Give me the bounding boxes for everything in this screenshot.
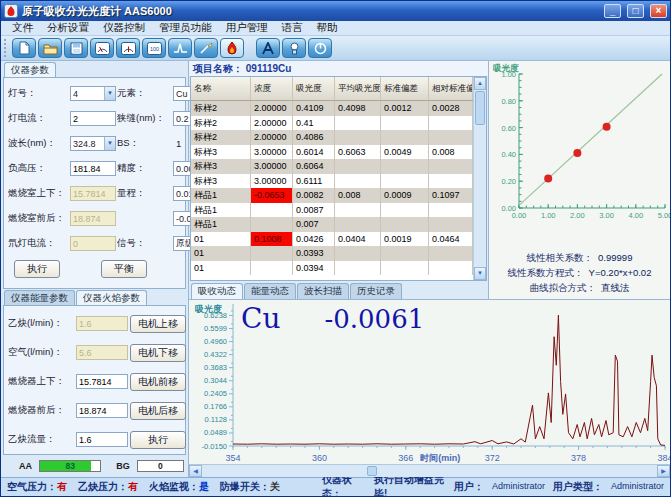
table-row[interactable]: 010.0394 [191,261,473,276]
cell-sd: 0.0009 [381,188,429,203]
table-row[interactable]: 样品10.0087 [191,203,473,218]
flame-row-1: 空气(l/min)：电机下移 [8,338,181,367]
tab-absorbance-dynamics[interactable]: 吸收动态 [191,283,243,299]
column-header-0[interactable]: 名称 [191,77,251,100]
wavelength-select[interactable]: 324.8▼ [70,136,116,151]
table-scrollbar-thumb[interactable] [475,91,485,125]
table-row[interactable]: 标样22.000000.41 [191,116,473,131]
burner-tool-button[interactable] [194,38,218,58]
column-header-2[interactable]: 吸光度 [293,77,335,100]
execute-button[interactable]: 执行 [14,260,60,278]
scroll-up-icon[interactable]: ▲ [474,77,486,90]
scroll-down-icon[interactable]: ▼ [474,267,486,280]
table-row[interactable]: 样品1-0.06530.00820.0080.00090.1097 [191,188,473,203]
tab-energy-dynamics[interactable]: 能量动态 [244,283,296,299]
fit-method-value: 直线法 [601,282,630,297]
energy-gauge-icon [95,42,110,55]
svg-text:1.00: 1.00 [541,211,556,220]
table-row[interactable]: 标样33.000000.6111 [191,174,473,189]
column-header-3[interactable]: 平均吸光度 [335,77,381,100]
app-icon [4,4,18,18]
motor-up-button[interactable]: 电机上移 [130,315,186,333]
menu-item-language[interactable]: 语言 [275,21,310,35]
burner-height-input-field[interactable] [76,374,128,389]
tab-energy-params[interactable]: 仪器能量参数 [4,290,75,305]
svg-text:3.00: 3.00 [599,211,614,220]
new-file-button[interactable] [12,38,36,58]
acetylene-flow-display-label: 乙炔(l/min)： [8,317,76,330]
column-header-4[interactable]: 标准偏差 [381,77,429,100]
menu-item-help[interactable]: 帮助 [310,21,345,35]
user-type-label: 用户类型： [553,480,603,494]
table-row[interactable]: 标样33.000000.60140.60630.00490.008 [191,145,473,160]
motor-forward-button[interactable]: 电机前移 [130,373,186,391]
table-row[interactable]: 010.0393 [191,246,473,261]
acetylene-flow-input-field[interactable] [76,432,128,447]
cell-name: 01 [191,261,251,276]
toolbar-grip[interactable] [4,39,7,57]
motor-backward-button[interactable]: 电机后移 [130,402,186,420]
scroll-right-icon[interactable]: ▶ [657,465,670,477]
energy-gauge-button[interactable] [90,38,114,58]
column-header-5[interactable]: 相对标准偏差 [429,77,473,100]
maximize-button[interactable]: □ [627,4,644,18]
tab-instrument-params[interactable]: 仪器参数 [4,62,56,77]
flame-ignite-button[interactable] [220,38,244,58]
results-table: 名称浓度吸光度平均吸光度标准偏差相对标准偏差标样22.000000.41090.… [190,76,487,281]
status-air-pressure-value: 有 [57,480,67,494]
chevron-down-icon[interactable]: ▼ [104,137,115,150]
cell-conc: 2.00000 [251,130,293,145]
table-row[interactable]: 样品10.007 [191,217,473,232]
balance-button[interactable]: 平衡 [101,260,147,278]
svg-text:378: 378 [571,453,586,463]
aa-signal-bar: 83 [39,460,101,472]
open-folder-button[interactable] [38,38,62,58]
menu-item-instrument-control[interactable]: 仪器控制 [96,21,152,35]
table-scrollbar[interactable]: ▲ ▼ [473,77,486,280]
close-button[interactable]: × [650,4,667,18]
menu-item-admin-functions[interactable]: 管理员功能 [152,21,219,35]
column-header-1[interactable]: 浓度 [251,77,293,100]
status-flame-monitor-label: 火焰监视： [149,480,199,494]
cell-abs: 0.007 [293,217,335,232]
flame-execute-button[interactable]: 执行 [130,431,186,449]
flame-row-3: 燃烧器前后：电机后移 [8,396,181,425]
lamp-number-value: 4 [71,89,104,99]
chart-scrollbar-thumb[interactable] [367,466,377,476]
tab-history[interactable]: 历史记录 [350,283,402,299]
balance-gauge-button[interactable] [116,38,140,58]
minimize-button[interactable]: _ [604,4,621,18]
menu-item-file[interactable]: 文件 [5,21,40,35]
gain-100-gauge-button[interactable]: 100 [142,38,166,58]
cell-conc: -0.0653 [251,188,293,203]
peak-scan-button[interactable] [168,38,192,58]
lamp-current-field[interactable] [70,111,116,126]
tab-wavelength-scan[interactable]: 波长扫描 [297,283,349,299]
svg-text:5.00: 5.00 [658,211,671,220]
menu-item-analysis-settings[interactable]: 分析设置 [40,21,96,35]
table-row[interactable]: 标样22.000000.4086 [191,130,473,145]
hollow-cathode-lamp-button[interactable] [282,38,306,58]
cell-conc: 0.1008 [251,232,293,247]
motor-down-button[interactable]: 电机下移 [130,344,186,362]
chevron-down-icon[interactable]: ▼ [104,87,115,100]
negative-high-voltage-field[interactable] [70,161,116,176]
tab-flame-params[interactable]: 仪器火焰参数 [76,290,147,305]
table-row[interactable]: 标样33.000000.6064 [191,159,473,174]
autosampler-button[interactable] [256,38,280,58]
save-button[interactable] [64,38,88,58]
table-row[interactable]: 标样22.000000.41090.40980.00120.0028 [191,101,473,116]
table-row[interactable]: 010.10080.04260.04040.00190.0464 [191,232,473,247]
absorbance-reading: -0.0061 [324,304,424,334]
fit-method: 曲线拟合方式：直线法 [491,282,668,297]
burner-depth-input-field[interactable] [76,403,128,418]
svg-text:0.6238: 0.6238 [204,311,227,320]
power-button[interactable] [308,38,332,58]
cell-rsd [429,261,473,276]
menu-item-user-management[interactable]: 用户管理 [219,21,275,35]
lamp-number-select[interactable]: 4▼ [70,86,116,101]
element-symbol: Cu [241,302,280,335]
svg-text:0.1128: 0.1128 [205,415,227,424]
chart-scrollbar[interactable]: ◀ ▶ [189,464,670,477]
scroll-left-icon[interactable]: ◀ [189,465,202,477]
